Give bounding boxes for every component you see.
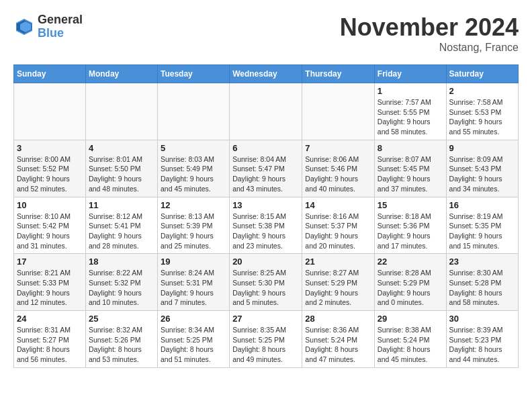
day-info: Sunrise: 8:13 AM Sunset: 5:39 PM Dayligh… (161, 212, 226, 251)
day-info: Sunrise: 8:15 AM Sunset: 5:38 PM Dayligh… (232, 212, 299, 251)
day-number: 15 (378, 200, 443, 210)
day-number: 13 (232, 200, 299, 210)
day-info: Sunrise: 8:19 AM Sunset: 5:35 PM Dayligh… (449, 212, 515, 251)
calendar-day-cell: 26Sunrise: 8:34 AM Sunset: 5:25 PM Dayli… (157, 311, 229, 368)
day-number: 23 (449, 257, 515, 267)
calendar-day-cell: 9Sunrise: 8:09 AM Sunset: 5:43 PM Daylig… (446, 140, 518, 197)
calendar-week-row: 10Sunrise: 8:10 AM Sunset: 5:42 PM Dayli… (14, 197, 519, 254)
day-info: Sunrise: 8:31 AM Sunset: 5:27 PM Dayligh… (17, 325, 83, 365)
day-number: 22 (378, 257, 443, 267)
day-info: Sunrise: 8:06 AM Sunset: 5:46 PM Dayligh… (305, 154, 371, 194)
day-of-week-header: Thursday (302, 65, 375, 83)
day-info: Sunrise: 8:00 AM Sunset: 5:52 PM Dayligh… (17, 154, 83, 194)
calendar-day-cell: 11Sunrise: 8:12 AM Sunset: 5:41 PM Dayli… (85, 197, 157, 254)
day-number: 16 (449, 200, 515, 210)
day-number: 19 (161, 257, 226, 267)
day-number: 27 (232, 314, 299, 324)
calendar-day-cell: 28Sunrise: 8:36 AM Sunset: 5:24 PM Dayli… (302, 311, 375, 368)
day-info: Sunrise: 7:57 AM Sunset: 5:55 PM Dayligh… (378, 97, 443, 137)
day-info: Sunrise: 8:32 AM Sunset: 5:26 PM Dayligh… (89, 325, 154, 365)
day-info: Sunrise: 8:24 AM Sunset: 5:31 PM Dayligh… (161, 268, 226, 308)
day-info: Sunrise: 8:21 AM Sunset: 5:33 PM Dayligh… (17, 268, 83, 308)
calendar-day-cell: 1Sunrise: 7:57 AM Sunset: 5:55 PM Daylig… (374, 83, 446, 140)
day-info: Sunrise: 7:58 AM Sunset: 5:53 PM Dayligh… (449, 97, 515, 137)
calendar-day-cell: 13Sunrise: 8:15 AM Sunset: 5:38 PM Dayli… (230, 197, 302, 254)
day-number: 26 (161, 314, 226, 324)
calendar-day-cell: 7Sunrise: 8:06 AM Sunset: 5:46 PM Daylig… (302, 140, 375, 197)
day-number: 29 (378, 314, 443, 324)
day-number: 2 (449, 86, 515, 96)
calendar-day-cell: 20Sunrise: 8:25 AM Sunset: 5:30 PM Dayli… (230, 254, 302, 311)
day-info: Sunrise: 8:10 AM Sunset: 5:42 PM Dayligh… (17, 212, 83, 251)
calendar-day-cell: 16Sunrise: 8:19 AM Sunset: 5:35 PM Dayli… (446, 197, 518, 254)
day-info: Sunrise: 8:12 AM Sunset: 5:41 PM Dayligh… (89, 212, 154, 251)
day-number: 5 (161, 143, 226, 153)
day-number: 17 (17, 257, 83, 267)
calendar-day-cell (85, 83, 157, 140)
calendar-day-cell: 19Sunrise: 8:24 AM Sunset: 5:31 PM Dayli… (157, 254, 229, 311)
day-info: Sunrise: 8:39 AM Sunset: 5:23 PM Dayligh… (449, 325, 515, 365)
day-number: 7 (305, 143, 371, 153)
calendar-day-cell: 21Sunrise: 8:27 AM Sunset: 5:29 PM Dayli… (302, 254, 375, 311)
day-info: Sunrise: 8:03 AM Sunset: 5:49 PM Dayligh… (161, 154, 226, 194)
day-number: 18 (89, 257, 154, 267)
day-info: Sunrise: 8:36 AM Sunset: 5:24 PM Dayligh… (305, 325, 371, 365)
day-of-week-header: Sunday (14, 65, 86, 83)
calendar-day-cell: 23Sunrise: 8:30 AM Sunset: 5:28 PM Dayli… (446, 254, 518, 311)
day-info: Sunrise: 8:04 AM Sunset: 5:47 PM Dayligh… (232, 154, 299, 194)
calendar-day-cell: 15Sunrise: 8:18 AM Sunset: 5:36 PM Dayli… (374, 197, 446, 254)
calendar-day-cell: 3Sunrise: 8:00 AM Sunset: 5:52 PM Daylig… (14, 140, 86, 197)
day-info: Sunrise: 8:38 AM Sunset: 5:24 PM Dayligh… (378, 325, 443, 365)
calendar-day-cell: 24Sunrise: 8:31 AM Sunset: 5:27 PM Dayli… (14, 311, 86, 368)
day-number: 20 (232, 257, 299, 267)
day-number: 1 (378, 86, 443, 96)
calendar-day-cell: 17Sunrise: 8:21 AM Sunset: 5:33 PM Dayli… (14, 254, 86, 311)
day-number: 4 (89, 143, 154, 153)
logo-icon (13, 16, 35, 38)
calendar-week-row: 3Sunrise: 8:00 AM Sunset: 5:52 PM Daylig… (14, 140, 519, 197)
day-info: Sunrise: 8:35 AM Sunset: 5:25 PM Dayligh… (232, 325, 299, 365)
logo-blue-text: Blue (38, 27, 83, 40)
calendar-day-cell (157, 83, 229, 140)
calendar-day-cell: 12Sunrise: 8:13 AM Sunset: 5:39 PM Dayli… (157, 197, 229, 254)
day-info: Sunrise: 8:07 AM Sunset: 5:45 PM Dayligh… (378, 154, 443, 194)
day-number: 10 (17, 200, 83, 210)
day-number: 3 (17, 143, 83, 153)
day-number: 21 (305, 257, 371, 267)
calendar-day-cell: 22Sunrise: 8:28 AM Sunset: 5:29 PM Dayli… (374, 254, 446, 311)
calendar-day-cell: 2Sunrise: 7:58 AM Sunset: 5:53 PM Daylig… (446, 83, 518, 140)
day-info: Sunrise: 8:34 AM Sunset: 5:25 PM Dayligh… (161, 325, 226, 365)
day-of-week-header: Monday (85, 65, 157, 83)
day-number: 12 (161, 200, 226, 210)
calendar-week-row: 17Sunrise: 8:21 AM Sunset: 5:33 PM Dayli… (14, 254, 519, 311)
calendar-day-cell: 10Sunrise: 8:10 AM Sunset: 5:42 PM Dayli… (14, 197, 86, 254)
day-info: Sunrise: 8:01 AM Sunset: 5:50 PM Dayligh… (89, 154, 154, 194)
calendar-day-cell: 14Sunrise: 8:16 AM Sunset: 5:37 PM Dayli… (302, 197, 375, 254)
calendar-week-row: 1Sunrise: 7:57 AM Sunset: 5:55 PM Daylig… (14, 83, 519, 140)
day-info: Sunrise: 8:28 AM Sunset: 5:29 PM Dayligh… (378, 268, 443, 308)
calendar-day-cell (14, 83, 86, 140)
day-info: Sunrise: 8:09 AM Sunset: 5:43 PM Dayligh… (449, 154, 515, 194)
day-number: 30 (449, 314, 515, 324)
day-number: 9 (449, 143, 515, 153)
day-number: 24 (17, 314, 83, 324)
calendar-table: SundayMondayTuesdayWednesdayThursdayFrid… (13, 64, 519, 368)
calendar-day-cell: 8Sunrise: 8:07 AM Sunset: 5:45 PM Daylig… (374, 140, 446, 197)
day-number: 8 (378, 143, 443, 153)
day-number: 14 (305, 200, 371, 210)
day-info: Sunrise: 8:25 AM Sunset: 5:30 PM Dayligh… (232, 268, 299, 308)
logo: General Blue (13, 13, 83, 40)
day-number: 6 (232, 143, 299, 153)
day-info: Sunrise: 8:30 AM Sunset: 5:28 PM Dayligh… (449, 268, 515, 308)
logo-general-text: General (38, 13, 83, 27)
day-info: Sunrise: 8:27 AM Sunset: 5:29 PM Dayligh… (305, 268, 371, 308)
day-info: Sunrise: 8:22 AM Sunset: 5:32 PM Dayligh… (89, 268, 154, 308)
calendar-header-row: SundayMondayTuesdayWednesdayThursdayFrid… (14, 65, 519, 83)
calendar-day-cell (302, 83, 375, 140)
title-area: November 2024 Nostang, France (340, 13, 519, 54)
calendar-day-cell: 4Sunrise: 8:01 AM Sunset: 5:50 PM Daylig… (85, 140, 157, 197)
calendar-day-cell: 5Sunrise: 8:03 AM Sunset: 5:49 PM Daylig… (157, 140, 229, 197)
calendar-week-row: 24Sunrise: 8:31 AM Sunset: 5:27 PM Dayli… (14, 311, 519, 368)
calendar-day-cell: 30Sunrise: 8:39 AM Sunset: 5:23 PM Dayli… (446, 311, 518, 368)
day-number: 28 (305, 314, 371, 324)
